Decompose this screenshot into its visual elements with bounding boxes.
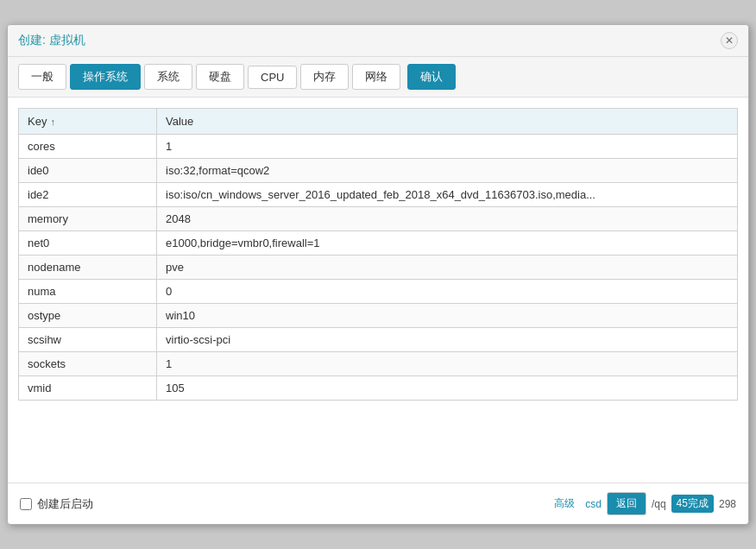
cell-value: virtio-scsi-pci xyxy=(157,328,738,352)
table-row: sockets1 xyxy=(19,352,738,376)
progress-badge: 45完成 xyxy=(671,495,714,513)
col-key-header: Key↑ xyxy=(19,109,157,135)
cell-key: memory xyxy=(19,207,157,231)
dialog-footer: 创建后启动 高级 csd 返回 /qq 45完成 298 xyxy=(8,483,748,524)
cell-key: ide0 xyxy=(19,159,157,183)
cell-key: ostype xyxy=(19,304,157,328)
config-table: Key↑ Value cores1ide0iso:32,format=qcow2… xyxy=(18,108,738,401)
back-button[interactable]: 返回 xyxy=(607,492,646,515)
table-row: memory2048 xyxy=(19,207,738,231)
csd-logo: csd xyxy=(585,498,602,510)
create-vm-dialog: 创建: 虚拟机 ✕ 一般 操作系统 系统 硬盘 CPU 内存 网络 确认 Key… xyxy=(7,24,749,525)
footer-extra: /qq xyxy=(652,498,666,510)
cell-value: 2048 xyxy=(157,207,738,231)
table-row: vmid105 xyxy=(19,376,738,401)
title-bar: 创建: 虚拟机 ✕ xyxy=(8,25,748,57)
cell-key: numa xyxy=(19,280,157,304)
tab-general[interactable]: 一般 xyxy=(18,64,66,90)
cell-value: e1000,bridge=vmbr0,firewall=1 xyxy=(157,231,738,256)
col-value-header: Value xyxy=(157,109,738,135)
cell-value: 1 xyxy=(157,352,738,376)
cell-key: ide2 xyxy=(19,183,157,207)
cell-key: vmid xyxy=(19,376,157,401)
table-row: ide2iso:iso/cn_windows_server_2016_updat… xyxy=(19,183,738,207)
dialog-body: Key↑ Value cores1ide0iso:32,format=qcow2… xyxy=(8,98,748,483)
dialog-title: 创建: 虚拟机 xyxy=(18,33,85,48)
cell-value: iso:iso/cn_windows_server_2016_updated_f… xyxy=(157,183,738,207)
table-row: ide0iso:32,format=qcow2 xyxy=(19,159,738,183)
cell-key: scsihw xyxy=(19,328,157,352)
table-row: net0e1000,bridge=vmbr0,firewall=1 xyxy=(19,231,738,256)
cell-value: 105 xyxy=(157,376,738,401)
tab-memory[interactable]: 内存 xyxy=(300,64,349,90)
tab-confirm[interactable]: 确认 xyxy=(407,64,456,90)
cell-key: sockets xyxy=(19,352,157,376)
autostart-checkbox[interactable] xyxy=(20,498,32,510)
table-row: scsihwvirtio-scsi-pci xyxy=(19,328,738,352)
table-row: nodenamepve xyxy=(19,256,738,280)
cell-value: 1 xyxy=(157,135,738,159)
tab-bar: 一般 操作系统 系统 硬盘 CPU 内存 网络 确认 xyxy=(8,57,748,98)
cell-value: win10 xyxy=(157,304,738,328)
tab-network[interactable]: 网络 xyxy=(352,64,400,90)
tab-system[interactable]: 系统 xyxy=(144,64,192,90)
close-button[interactable]: ✕ xyxy=(721,32,738,49)
cell-value: iso:32,format=qcow2 xyxy=(157,159,738,183)
tab-os[interactable]: 操作系统 xyxy=(70,64,141,90)
table-row: cores1 xyxy=(19,135,738,159)
cell-key: nodename xyxy=(19,256,157,280)
cell-key: net0 xyxy=(19,231,157,256)
table-row: numa0 xyxy=(19,280,738,304)
advanced-link[interactable]: 高级 xyxy=(554,496,575,511)
close-icon: ✕ xyxy=(725,35,734,47)
extra-number: 298 xyxy=(719,498,736,510)
tab-cpu[interactable]: CPU xyxy=(248,66,297,89)
table-row: ostypewin10 xyxy=(19,304,738,328)
cell-value: 0 xyxy=(157,280,738,304)
tab-disk[interactable]: 硬盘 xyxy=(196,64,244,90)
autostart-checkbox-label[interactable]: 创建后启动 xyxy=(20,496,93,512)
cell-value: pve xyxy=(157,256,738,280)
footer-right: 高级 csd 返回 /qq 45完成 298 xyxy=(554,492,736,515)
cell-key: cores xyxy=(19,135,157,159)
autostart-label: 创建后启动 xyxy=(37,496,93,512)
sort-asc-icon[interactable]: ↑ xyxy=(50,117,55,127)
